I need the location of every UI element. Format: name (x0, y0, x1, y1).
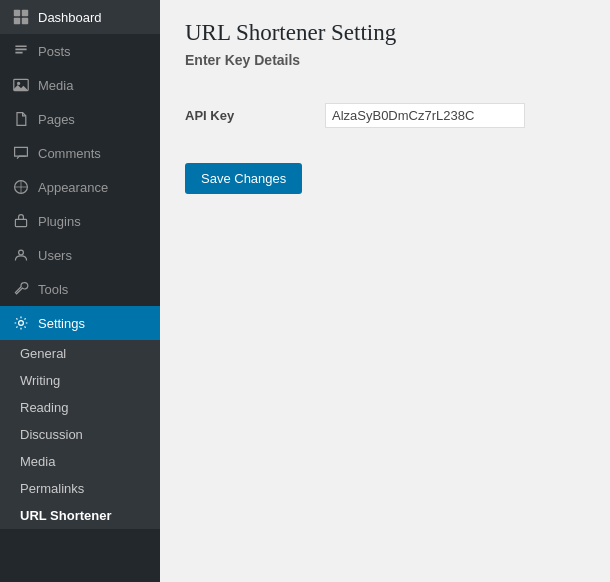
sidebar-item-pages[interactable]: Pages (0, 102, 160, 136)
main-content: URL Shortener Setting Enter Key Details … (160, 0, 610, 582)
svg-point-5 (17, 82, 20, 85)
sidebar-item-users-label: Users (38, 248, 72, 263)
sidebar-item-settings-label: Settings (38, 316, 85, 331)
svg-rect-1 (22, 10, 28, 16)
svg-rect-2 (14, 18, 20, 24)
submenu-item-url-shortener[interactable]: URL Shortener (0, 502, 160, 529)
api-key-row: API Key (185, 88, 585, 143)
sidebar-item-comments-label: Comments (38, 146, 101, 161)
settings-icon (12, 314, 30, 332)
plugins-icon (12, 212, 30, 230)
api-key-label: API Key (185, 88, 325, 143)
sidebar-item-plugins[interactable]: Plugins (0, 204, 160, 238)
page-subtitle: Enter Key Details (185, 52, 585, 68)
api-key-cell (325, 88, 585, 143)
users-icon (12, 246, 30, 264)
submenu-item-general[interactable]: General (0, 340, 160, 367)
sidebar-item-appearance-label: Appearance (38, 180, 108, 195)
tools-icon (12, 280, 30, 298)
sidebar-item-posts[interactable]: Posts (0, 34, 160, 68)
submenu-item-permalinks[interactable]: Permalinks (0, 475, 160, 502)
sidebar-item-tools[interactable]: Tools (0, 272, 160, 306)
posts-icon (12, 42, 30, 60)
save-changes-button[interactable]: Save Changes (185, 163, 302, 194)
sidebar-item-tools-label: Tools (38, 282, 68, 297)
svg-rect-0 (14, 10, 20, 16)
svg-point-8 (19, 321, 24, 326)
submenu-item-discussion[interactable]: Discussion (0, 421, 160, 448)
settings-form-table: API Key (185, 88, 585, 143)
sidebar: Dashboard Posts Media Pages Comments App… (0, 0, 160, 582)
appearance-icon (12, 178, 30, 196)
sidebar-item-settings[interactable]: Settings (0, 306, 160, 340)
dashboard-icon (12, 8, 30, 26)
submenu-item-writing[interactable]: Writing (0, 367, 160, 394)
pages-icon (12, 110, 30, 128)
sidebar-item-pages-label: Pages (38, 112, 75, 127)
svg-rect-3 (22, 18, 28, 24)
sidebar-item-appearance[interactable]: Appearance (0, 170, 160, 204)
sidebar-item-dashboard[interactable]: Dashboard (0, 0, 160, 34)
comments-icon (12, 144, 30, 162)
svg-point-7 (19, 250, 24, 255)
media-icon (12, 76, 30, 94)
sidebar-item-media[interactable]: Media (0, 68, 160, 102)
submenu-item-reading[interactable]: Reading (0, 394, 160, 421)
api-key-input[interactable] (325, 103, 525, 128)
sidebar-item-users[interactable]: Users (0, 238, 160, 272)
page-title: URL Shortener Setting (185, 20, 585, 46)
sidebar-item-comments[interactable]: Comments (0, 136, 160, 170)
submenu-item-media[interactable]: Media (0, 448, 160, 475)
sidebar-item-posts-label: Posts (38, 44, 71, 59)
sidebar-item-dashboard-label: Dashboard (38, 10, 102, 25)
sidebar-item-media-label: Media (38, 78, 73, 93)
settings-submenu: General Writing Reading Discussion Media… (0, 340, 160, 529)
svg-rect-6 (15, 219, 26, 226)
sidebar-item-plugins-label: Plugins (38, 214, 81, 229)
